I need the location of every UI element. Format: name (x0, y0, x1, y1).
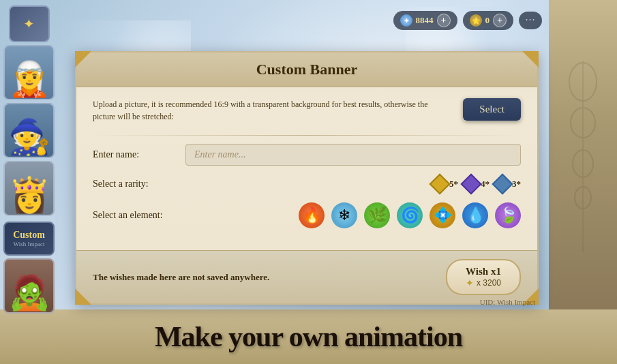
select-file-button[interactable]: Select (463, 98, 521, 121)
element-pyro[interactable]: 🔥 (299, 202, 325, 228)
element-cryo[interactable]: ❄ (331, 202, 357, 228)
rarity-options: 5* 4* 3* (185, 177, 521, 192)
element-geo[interactable]: 💠 (430, 202, 455, 228)
rarity-5-option[interactable]: 5* (432, 177, 458, 192)
sidebar-char-1[interactable]: 🧝 (3, 45, 55, 100)
element-dendro[interactable]: 🌿 (364, 202, 390, 228)
custom-tab-sub: Wish Impact (14, 241, 45, 247)
rarity-4-diamond (460, 173, 481, 194)
wish-button-cost: ✦ x 3200 (466, 277, 501, 288)
name-row: Enter name: (93, 144, 521, 166)
rarity-label: Select a rarity: (93, 179, 175, 189)
bottom-title-bar: Make your own animation (0, 309, 617, 364)
name-label: Enter name: (93, 149, 175, 160)
sidebar-char-3[interactable]: 👸 (3, 161, 55, 216)
rarity-5-label: 5* (449, 179, 458, 189)
sidebar-char-figure-1: 🧝 (8, 59, 50, 99)
rarity-row: Select a rarity: 5* 4* 3* (93, 177, 521, 192)
dialog-footer: The wishes made here are not saved anywh… (76, 250, 537, 303)
wish-cost-icon: ✦ (466, 277, 474, 288)
rarity-5-diamond (429, 173, 450, 194)
right-panel-design (556, 55, 610, 259)
rarity-3-label: 3* (512, 179, 521, 189)
element-label: Select an element: (93, 210, 175, 221)
upload-description: Upload a picture, it is recommended 16:9… (93, 98, 449, 123)
genesis-currency: ⭐ 0 + (463, 11, 514, 30)
custom-banner-dialog: Custom Banner Upload a picture, it is re… (75, 51, 539, 305)
genesis-count: 0 (485, 15, 490, 26)
primogem-count: 8844 (416, 15, 434, 26)
genesis-icon: ⭐ (470, 14, 482, 27)
sidebar-char-2[interactable]: 🧙 (3, 103, 55, 158)
add-genesis-button[interactable]: + (493, 14, 507, 27)
dialog-body: Upload a picture, it is recommended 16:9… (76, 87, 537, 250)
topbar: ✦ 8844 + ⭐ 0 + ··· (61, 8, 542, 33)
rarity-3-option[interactable]: 3* (495, 177, 521, 192)
rarity-3-diamond (492, 173, 513, 194)
rarity-4-option[interactable]: 4* (464, 177, 490, 192)
dialog-title-bar: Custom Banner (76, 52, 537, 87)
rarity-4-label: 4* (481, 179, 490, 189)
name-input[interactable] (185, 144, 521, 166)
footer-notice: The wishes made here are not saved anywh… (93, 272, 269, 283)
dialog-title: Custom Banner (90, 61, 524, 78)
sidebar-char-bottom[interactable]: 🧟 (3, 258, 55, 314)
sidebar-char-figure-bottom: 🧟 (8, 273, 50, 312)
sidebar-top-icon[interactable]: ✦ (9, 5, 50, 42)
element-electro[interactable]: 🍃 (495, 202, 521, 228)
element-hydro[interactable]: 💧 (462, 202, 488, 228)
wish-button[interactable]: Wish x1 ✦ x 3200 (446, 259, 521, 295)
custom-tab-label: Custom (13, 230, 45, 241)
wish-button-label: Wish x1 (466, 266, 501, 277)
element-row: Select an element: 🔥 ❄ 🌿 🌀 💠 💧 🍃 (93, 202, 521, 228)
sidebar-char-figure-2: 🧙 (8, 117, 50, 157)
divider-1 (93, 135, 521, 136)
custom-banner-tab[interactable]: Custom Wish Impact (3, 222, 55, 256)
uid-text: UID: Wish Impact (480, 298, 535, 306)
bottom-title-text: Make your own animation (155, 320, 462, 353)
more-options-button[interactable]: ··· (519, 12, 542, 29)
add-primogem-button[interactable]: + (437, 14, 451, 27)
wish-cost-amount: x 3200 (477, 278, 501, 288)
element-anemo[interactable]: 🌀 (397, 202, 423, 228)
primogem-currency: ✦ 8844 + (393, 11, 457, 30)
sidebar: ✦ 🧝 🧙 👸 Custom Wish Impact 🧟 (0, 0, 58, 314)
element-options: 🔥 ❄ 🌿 🌀 💠 💧 🍃 (185, 202, 521, 228)
primogem-icon: ✦ (400, 14, 412, 27)
sidebar-char-figure-3: 👸 (8, 175, 50, 215)
right-decorative-panel (549, 0, 617, 314)
upload-row: Upload a picture, it is recommended 16:9… (93, 98, 521, 123)
